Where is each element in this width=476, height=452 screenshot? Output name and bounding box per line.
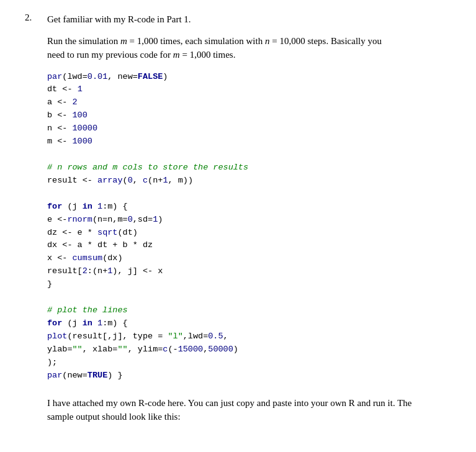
item-description: Run the simulation m = 1,000 times, each… bbox=[47, 34, 451, 62]
code-block: par(lwd=0.01, new=FALSE) dt <- 1 a <- 2 … bbox=[47, 70, 451, 384]
code-comment-2: # plot the lines bbox=[47, 304, 451, 317]
code-line-2: dt <- 1 bbox=[47, 83, 451, 96]
code-line-5: n <- 10000 bbox=[47, 122, 451, 135]
item-intro: Get familiar with my R-code in Part 1. bbox=[47, 12, 451, 27]
item-number: 2. bbox=[25, 12, 40, 424]
code-line-13: result[2:(n+1), j] <- x bbox=[47, 265, 451, 278]
code-line-16: plot(result[,j], type = "l",lwd=0.5, bbox=[47, 330, 451, 343]
footer-text: I have attached my own R-code here. You … bbox=[47, 396, 451, 424]
code-line-14: } bbox=[47, 278, 451, 291]
code-line-11: dx <- a * dt + b * dz bbox=[47, 239, 451, 252]
code-line-1: par(lwd=0.01, new=FALSE) bbox=[47, 71, 451, 84]
code-line-7: result <- array(0, c(n+1, m)) bbox=[47, 174, 451, 188]
code-line-6: m <- 1000 bbox=[47, 135, 451, 148]
code-line-3: a <- 2 bbox=[47, 96, 451, 109]
code-line-4: b <- 100 bbox=[47, 109, 451, 122]
code-line-12: x <- cumsum(dx) bbox=[47, 252, 451, 265]
code-line-9: e <-rnorm(n=n,m=0,sd=1) bbox=[47, 214, 451, 227]
code-line-10: dz <- e * sqrt(dt) bbox=[47, 227, 451, 240]
code-line-18: ); bbox=[47, 356, 451, 369]
code-line-15: for (j in 1:m) { bbox=[47, 317, 451, 330]
code-line-19: par(new=TRUE) } bbox=[47, 369, 451, 382]
code-blank-3 bbox=[47, 291, 451, 304]
list-item-2: 2. Get familiar with my R-code in Part 1… bbox=[25, 12, 451, 424]
code-blank-2 bbox=[47, 188, 451, 201]
code-line-8: for (j in 1:m) { bbox=[47, 201, 451, 214]
code-line-17: ylab="", xlab="", ylim=c(-15000,50000) bbox=[47, 343, 451, 356]
item-content: Get familiar with my R-code in Part 1. R… bbox=[47, 12, 451, 424]
code-comment-1: # n rows and m cols to store the results bbox=[47, 161, 451, 174]
code-blank-1 bbox=[47, 148, 451, 161]
